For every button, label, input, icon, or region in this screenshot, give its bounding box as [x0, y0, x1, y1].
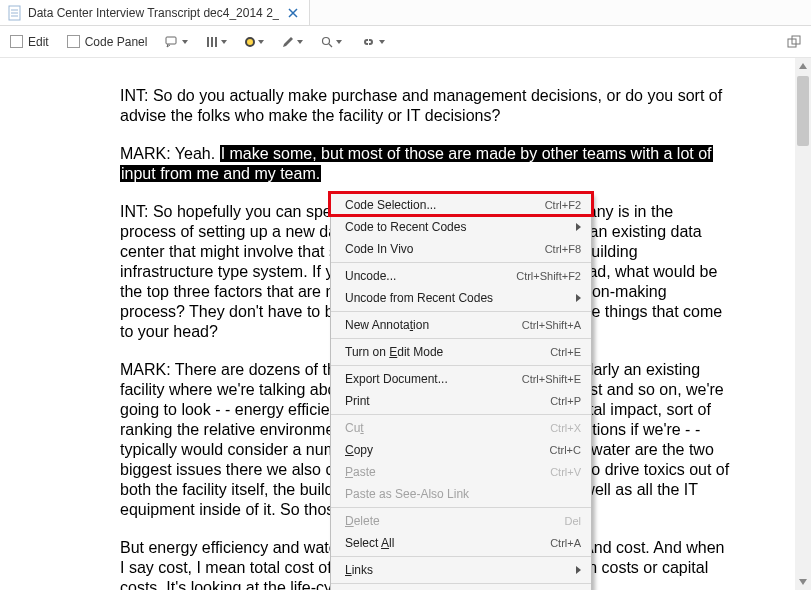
menu-paste-see-also: Paste as See-Also Link [331, 483, 591, 505]
context-menu: Code Selection... Ctrl+F2 Code to Recent… [330, 193, 592, 590]
menu-separator [331, 583, 591, 584]
menu-label: Paste as See-Also Link [345, 487, 581, 501]
close-tab-button[interactable] [285, 5, 301, 21]
chevron-down-icon [182, 40, 188, 44]
magnifier-icon [321, 36, 333, 48]
link-button[interactable] [360, 37, 385, 47]
zoom-dropdown[interactable] [321, 36, 342, 48]
menu-label: Code to Recent Codes [345, 220, 570, 234]
tab-strip: Data Center Interview Transcript dec4_20… [0, 0, 811, 26]
menu-shortcut: Ctrl+F2 [545, 199, 581, 211]
code-panel-toggle[interactable]: Code Panel [67, 35, 148, 49]
menu-new-annotation[interactable]: New Annotation Ctrl+Shift+A [331, 314, 591, 336]
menu-separator [331, 556, 591, 557]
menu-document-properties[interactable]: Document Properties... Ctrl+Shift+P [331, 586, 591, 590]
menu-delete: Delete Del [331, 510, 591, 532]
speaker-prefix: MARK: Yeah. [120, 145, 220, 162]
toolbar: Edit Code Panel [0, 26, 811, 58]
menu-label: Export Document... [345, 372, 522, 386]
menu-label: Select All [345, 536, 550, 550]
menu-label: Uncode from Recent Codes [345, 291, 570, 305]
checkbox-icon [10, 35, 23, 48]
menu-label: Uncode... [345, 269, 516, 283]
scroll-down-button[interactable] [795, 574, 811, 590]
menu-separator [331, 311, 591, 312]
submenu-arrow-icon [576, 294, 581, 302]
svg-point-2 [323, 37, 330, 44]
menu-code-selection[interactable]: Code Selection... Ctrl+F2 [331, 194, 591, 216]
menu-shortcut: Ctrl+A [550, 537, 581, 549]
menu-label: Turn on Edit Mode [345, 345, 550, 359]
menu-cut: Cut Ctrl+X [331, 417, 591, 439]
undock-icon [787, 35, 801, 49]
menu-export-document[interactable]: Export Document... Ctrl+Shift+E [331, 368, 591, 390]
highlight-dropdown[interactable] [245, 37, 264, 47]
color-circle-icon [245, 37, 255, 47]
chevron-down-icon [221, 40, 227, 44]
menu-label: Cut [345, 421, 550, 435]
menu-label: Print [345, 394, 550, 408]
menu-shortcut: Del [564, 515, 581, 527]
menu-shortcut: Ctrl+C [550, 444, 581, 456]
menu-label: Code Selection... [345, 198, 545, 212]
svg-rect-1 [166, 37, 176, 44]
menu-label: Paste [345, 465, 550, 479]
annotation-icon [165, 36, 179, 48]
menu-edit-mode[interactable]: Turn on Edit Mode Ctrl+E [331, 341, 591, 363]
vertical-scrollbar[interactable] [795, 58, 811, 590]
pencil-dropdown[interactable] [282, 36, 303, 48]
chevron-down-icon [297, 40, 303, 44]
menu-shortcut: Ctrl+X [550, 422, 581, 434]
menu-separator [331, 338, 591, 339]
menu-paste: Paste Ctrl+V [331, 461, 591, 483]
transcript-paragraph: MARK: Yeah. I make some, but most of tho… [120, 144, 732, 184]
menu-label: Links [345, 563, 570, 577]
chevron-down-icon [379, 40, 385, 44]
edit-label: Edit [28, 35, 49, 49]
pencil-icon [282, 36, 294, 48]
code-panel-label: Code Panel [85, 35, 148, 49]
menu-label: Copy [345, 443, 550, 457]
menu-print[interactable]: Print Ctrl+P [331, 390, 591, 412]
chevron-down-icon [258, 40, 264, 44]
menu-shortcut: Ctrl+Shift+E [522, 373, 581, 385]
menu-shortcut: Ctrl+Shift+A [522, 319, 581, 331]
menu-copy[interactable]: Copy Ctrl+C [331, 439, 591, 461]
annotation-dropdown[interactable] [165, 36, 188, 48]
menu-shortcut: Ctrl+P [550, 395, 581, 407]
coding-stripes-icon [206, 36, 218, 48]
menu-label: Delete [345, 514, 564, 528]
menu-separator [331, 414, 591, 415]
menu-shortcut: Ctrl+V [550, 466, 581, 478]
undock-button[interactable] [787, 35, 801, 49]
menu-label: Code In Vivo [345, 242, 545, 256]
scroll-track[interactable] [795, 74, 811, 574]
transcript-paragraph: INT: So do you actually make purchase an… [120, 86, 732, 126]
submenu-arrow-icon [576, 223, 581, 231]
document-tab[interactable]: Data Center Interview Transcript dec4_20… [0, 0, 310, 25]
menu-links[interactable]: Links [331, 559, 591, 581]
menu-shortcut: Ctrl+E [550, 346, 581, 358]
menu-shortcut: Ctrl+F8 [545, 243, 581, 255]
menu-code-recent[interactable]: Code to Recent Codes [331, 216, 591, 238]
scroll-up-button[interactable] [795, 58, 811, 74]
selected-text[interactable]: I make some, but most of those are made … [220, 145, 713, 162]
stripes-dropdown[interactable] [206, 36, 227, 48]
menu-label: New Annotation [345, 318, 522, 332]
edit-toggle[interactable]: Edit [10, 35, 49, 49]
link-icon [360, 37, 376, 47]
menu-shortcut: Ctrl+Shift+F2 [516, 270, 581, 282]
chevron-down-icon [336, 40, 342, 44]
submenu-arrow-icon [576, 566, 581, 574]
menu-uncode[interactable]: Uncode... Ctrl+Shift+F2 [331, 265, 591, 287]
menu-separator [331, 262, 591, 263]
tab-title: Data Center Interview Transcript dec4_20… [28, 6, 279, 20]
menu-select-all[interactable]: Select All Ctrl+A [331, 532, 591, 554]
menu-uncode-recent[interactable]: Uncode from Recent Codes [331, 287, 591, 309]
scroll-thumb[interactable] [797, 76, 809, 146]
checkbox-icon [67, 35, 80, 48]
selected-text[interactable]: input from me and my team. [120, 165, 321, 182]
menu-separator [331, 365, 591, 366]
menu-separator [331, 507, 591, 508]
menu-code-in-vivo[interactable]: Code In Vivo Ctrl+F8 [331, 238, 591, 260]
